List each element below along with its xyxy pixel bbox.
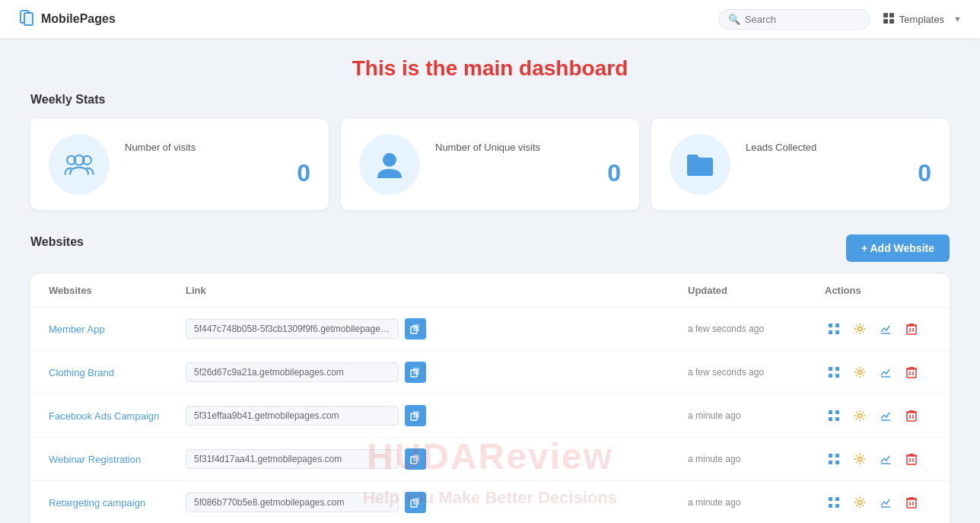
search-box[interactable]: 🔍	[718, 9, 870, 30]
visits-label: Number of visits	[125, 142, 310, 153]
settings-action-2[interactable]	[851, 407, 869, 425]
delete-action-3[interactable]	[902, 450, 921, 468]
table-header: Websites Link Updated Actions	[30, 274, 950, 308]
svg-rect-40	[829, 417, 832, 421]
copy-btn-2[interactable]	[405, 405, 426, 426]
chevron-down-icon[interactable]: ▼	[953, 14, 962, 24]
link-cell-1: 5f26d67c9a21a.getmobilepages.com	[186, 362, 688, 383]
copy-btn-4[interactable]	[405, 492, 426, 513]
delete-action-0[interactable]	[902, 320, 921, 338]
svg-rect-61	[909, 454, 914, 455]
chart-action-1[interactable]	[877, 363, 895, 381]
logo-icon	[18, 9, 35, 30]
svg-rect-50	[413, 454, 419, 461]
actions-cell-0	[825, 320, 931, 338]
link-text-2: 5f31effaa9b41.getmobilepages.com	[186, 406, 399, 426]
settings-action-1[interactable]	[851, 363, 869, 381]
templates-button[interactable]: Templates	[883, 12, 944, 27]
delete-action-2[interactable]	[902, 407, 921, 425]
svg-rect-2	[883, 13, 888, 18]
copy-btn-0[interactable]	[405, 318, 426, 340]
updated-text-2: a minute ago	[688, 410, 825, 421]
svg-rect-25	[829, 367, 832, 371]
link-text-1: 5f26d67c9a21a.getmobilepages.com	[186, 362, 399, 382]
folder-icon	[685, 149, 715, 180]
delete-action-4[interactable]	[902, 493, 921, 512]
svg-rect-11	[413, 324, 419, 331]
svg-rect-52	[835, 454, 839, 458]
website-name-2[interactable]: Facebook Ads Campaign	[49, 410, 186, 422]
leads-content: Leads Collected 0	[746, 142, 931, 187]
svg-rect-39	[835, 410, 839, 414]
settings-action-3[interactable]	[851, 450, 869, 468]
website-name-1[interactable]: Clothing Brand	[49, 367, 186, 378]
header: MobilePages 🔍 Templates ▼	[0, 0, 980, 38]
grid-action-2[interactable]	[825, 407, 843, 425]
link-cell-2: 5f31effaa9b41.getmobilepages.com	[186, 405, 688, 426]
stats-row: Number of visits 0 Number of Unique visi…	[30, 119, 950, 210]
svg-rect-13	[835, 324, 839, 327]
table-row: Facebook Ads Campaign 5f31effaa9b41.getm…	[30, 394, 950, 438]
website-name-0[interactable]: Member App	[49, 324, 186, 335]
grid-action-4[interactable]	[825, 493, 843, 512]
templates-label: Templates	[899, 14, 944, 25]
main-content: This is the main dashboard Weekly Stats …	[0, 38, 980, 523]
svg-rect-28	[835, 374, 839, 378]
header-right: Templates ▼	[883, 12, 962, 27]
link-cell-4: 5f086b770b5e8.getmobilepages.com	[186, 492, 688, 513]
svg-rect-37	[413, 411, 419, 418]
svg-rect-51	[829, 454, 832, 458]
svg-rect-38	[829, 410, 832, 414]
grid-action-3[interactable]	[825, 450, 843, 468]
svg-rect-53	[829, 461, 832, 464]
search-input[interactable]	[745, 14, 861, 25]
svg-rect-65	[835, 497, 839, 501]
svg-rect-54	[835, 461, 839, 464]
svg-rect-44	[907, 413, 916, 421]
svg-rect-41	[835, 417, 839, 421]
website-name-3[interactable]: Webinar Registration	[49, 454, 186, 465]
visits-icon-bg	[49, 134, 110, 195]
templates-icon	[883, 12, 895, 27]
grid-action-1[interactable]	[825, 363, 843, 381]
table-row: Clothing Brand 5f26d67c9a21a.getmobilepa…	[30, 351, 950, 394]
unique-icon-bg	[359, 134, 420, 195]
delete-action-1[interactable]	[902, 363, 921, 381]
actions-cell-2	[825, 407, 931, 425]
add-website-button[interactable]: + Add Website	[846, 234, 950, 262]
svg-rect-31	[907, 369, 916, 378]
link-cell-3: 5f31f4d17aa41.getmobilepages.com	[186, 448, 688, 470]
stat-card-leads: Leads Collected 0	[651, 119, 950, 210]
visits-content: Number of visits 0	[125, 142, 310, 187]
svg-rect-57	[907, 456, 916, 464]
svg-point-55	[858, 458, 862, 461]
websites-header: Websites + Add Website	[30, 234, 950, 262]
leads-value: 0	[746, 159, 931, 187]
copy-btn-3[interactable]	[405, 448, 426, 470]
link-text-0: 5f447c748b058-5f3cb1309f9f6.getmobilepag…	[186, 319, 399, 339]
website-name-4[interactable]: Retargeting campaign	[49, 497, 186, 509]
copy-btn-1[interactable]	[405, 362, 426, 383]
actions-cell-4	[825, 493, 931, 512]
settings-action-4[interactable]	[851, 493, 869, 512]
search-icon: 🔍	[728, 14, 740, 25]
chart-action-3[interactable]	[877, 450, 895, 468]
svg-point-42	[858, 414, 862, 418]
actions-cell-3	[825, 450, 931, 468]
unique-label: Number of Unique visits	[435, 142, 621, 153]
svg-rect-70	[907, 499, 916, 508]
col-link: Link	[186, 285, 688, 296]
grid-action-0[interactable]	[825, 320, 843, 338]
settings-action-0[interactable]	[851, 320, 869, 338]
chart-action-0[interactable]	[877, 320, 895, 338]
chart-action-4[interactable]	[877, 493, 895, 512]
svg-rect-24	[413, 368, 419, 375]
chart-action-2[interactable]	[877, 407, 895, 425]
updated-text-3: a minute ago	[688, 454, 825, 464]
visits-value: 0	[125, 159, 310, 187]
svg-rect-14	[829, 330, 832, 334]
table-row: Webinar Registration 5f31f4d17aa41.getmo…	[30, 438, 950, 481]
svg-rect-74	[909, 497, 914, 499]
svg-rect-26	[835, 367, 839, 371]
table-row: Member App 5f447c748b058-5f3cb1309f9f6.g…	[30, 308, 950, 351]
